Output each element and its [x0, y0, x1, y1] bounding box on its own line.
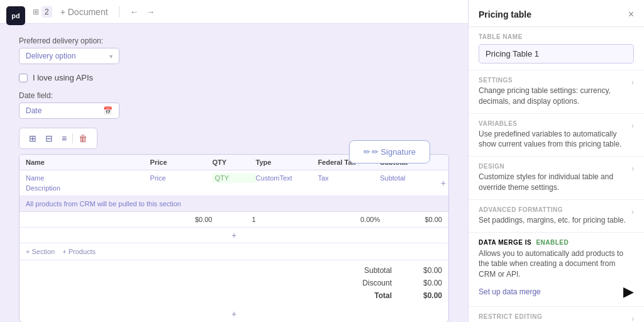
add-row-button[interactable]: + [19, 228, 448, 243]
total-row: Total $0.00 [26, 289, 442, 302]
restrict-menu-item[interactable]: RESTRICT EDITING Restrict users from edi… [469, 307, 644, 322]
signature-button[interactable]: ✏ ✏ Signature [349, 140, 430, 164]
design-label: DESIGN [479, 163, 626, 170]
redo-button[interactable]: → [143, 6, 158, 18]
table-name-label: TABLE NAME [479, 33, 634, 40]
document-content: Preferred delivery option: Delivery opti… [0, 24, 468, 322]
design-arrow-icon: › [631, 164, 634, 173]
table-name-section: TABLE NAME [469, 27, 644, 70]
date-field-group: Date field: Date 📅 [19, 91, 449, 119]
add-products-button[interactable]: + Products [62, 248, 96, 255]
col-qty: QTY [212, 158, 255, 166]
row1-desc: Description [26, 183, 150, 193]
advanced-desc: Set paddings, margins, etc. for pricing … [479, 215, 626, 226]
settings-label: SETTINGS [479, 77, 626, 84]
checkbox-row: I love using APIs [19, 73, 449, 82]
col-name: Name [26, 158, 150, 166]
settings-desc: Change pricing table settings: currency,… [479, 86, 626, 107]
page-indicator: ⊞ 2 [33, 6, 52, 18]
format-button[interactable]: ≡ [58, 131, 70, 145]
add-section-button[interactable]: + Section [26, 248, 55, 255]
total-value: $0.00 [404, 291, 442, 300]
advanced-label: ADVANCED FORMATTING [479, 206, 626, 213]
delete-button[interactable]: 🗑 [75, 131, 91, 145]
date-label: Date field: [19, 91, 449, 100]
top-bar: ⊞ 2 + Document ← → [0, 0, 468, 24]
delivery-field-group: Preferred delivery option: Delivery opti… [19, 36, 449, 64]
panel-title: Pricing table [479, 9, 531, 19]
pen-icon: ✏ [364, 147, 370, 157]
total-price: $0.00 [150, 216, 213, 223]
delivery-label: Preferred delivery option: [19, 36, 449, 45]
caret-icon: ▾ [109, 53, 113, 60]
settings-arrow-icon: › [631, 78, 634, 87]
subtotal-label: Subtotal [341, 266, 392, 275]
crm-notice: All products from CRM will be pulled to … [19, 196, 448, 212]
close-button[interactable]: × [628, 9, 634, 20]
restrict-label: RESTRICT EDITING [479, 313, 626, 320]
add-document-button[interactable]: + Document [57, 6, 111, 18]
add-column-button[interactable]: + [441, 178, 446, 188]
row1-type: CustomText [256, 173, 318, 183]
cursor-icon: ▶ [623, 284, 634, 300]
restrict-arrow-icon: › [631, 314, 634, 322]
variables-label: VARIABLES [479, 120, 626, 127]
col-price: Price [150, 158, 213, 166]
data-merge-title: DATA MERGE IS ENABLED [479, 239, 634, 246]
app-logo: pd [6, 6, 25, 25]
undo-button[interactable]: ← [127, 6, 142, 18]
delivery-select[interactable]: Delivery option ▾ [19, 48, 119, 64]
date-input[interactable]: Date 📅 [19, 103, 119, 119]
design-menu-item[interactable]: DESIGN Customize styles for individual t… [469, 157, 644, 200]
right-panel-header: Pricing table × [469, 0, 644, 27]
discount-row: Discount $0.00 [26, 277, 442, 289]
row1-tax: Tax [318, 173, 380, 183]
totals-row: $0.00 1 0.00% $0.00 [19, 212, 448, 228]
row1-name: Name [26, 173, 150, 183]
subtotal-value: $0.00 [404, 266, 442, 275]
add-section-products: + Section + Products [19, 243, 448, 260]
design-desc: Customize styles for individual table an… [479, 172, 626, 193]
data-merge-section: DATA MERGE IS ENABLED Allows you to auto… [469, 233, 644, 307]
row1-subtotal: Subtotal [380, 173, 442, 183]
total-qty: 1 [212, 216, 255, 223]
total-subtotal: $0.00 [380, 216, 442, 223]
variables-desc: Use predefined variables to automaticall… [479, 129, 626, 150]
row1-price: Price [150, 173, 213, 183]
checkbox-label: I love using APIs [33, 73, 93, 82]
total-tax: 0.00% [318, 216, 380, 223]
advanced-arrow-icon: › [631, 208, 634, 216]
subtotal-row: Subtotal $0.00 [26, 264, 442, 277]
divider [119, 6, 119, 18]
right-panel: Pricing table × TABLE NAME SETTINGS Chan… [468, 0, 644, 322]
total-label: Total [341, 291, 392, 300]
table-row: Name Description Price QTY CustomText Ta… [19, 170, 448, 196]
add-bottom-button[interactable]: + [19, 306, 448, 322]
pricing-summary: Subtotal $0.00 Discount $0.00 Total $0.0… [19, 260, 448, 306]
discount-value: $0.00 [404, 279, 442, 287]
row1-qty: QTY [212, 173, 255, 183]
toolbar-divider [72, 133, 73, 143]
settings-menu-item[interactable]: SETTINGS Change pricing table settings: … [469, 70, 644, 114]
merge-cells-button[interactable]: ⊞ [26, 131, 40, 145]
advanced-menu-item[interactable]: ADVANCED FORMATTING Set paddings, margin… [469, 200, 644, 233]
calendar-icon: 📅 [103, 106, 113, 115]
data-merge-desc: Allows you to automatically add products… [479, 248, 634, 280]
variables-menu-item[interactable]: VARIABLES Use predefined variables to au… [469, 114, 644, 157]
pricing-table: Name Price QTY Type Federal Tax Subtotal… [19, 154, 449, 322]
main-editor: ⊞ 2 + Document ← → Preferred delivery op… [0, 0, 468, 322]
variables-arrow-icon: › [631, 121, 634, 130]
copy-button[interactable]: ⊟ [42, 131, 56, 145]
table-toolbar: ⊞ ⊟ ≡ 🗑 [19, 128, 97, 149]
checkbox-input[interactable] [19, 74, 28, 82]
nav-buttons: ← → [127, 6, 158, 18]
table-name-input[interactable] [479, 44, 634, 64]
discount-label: Discount [341, 279, 392, 287]
col-type: Type [256, 158, 318, 166]
setup-data-merge-link[interactable]: Set up data merge [479, 287, 541, 296]
